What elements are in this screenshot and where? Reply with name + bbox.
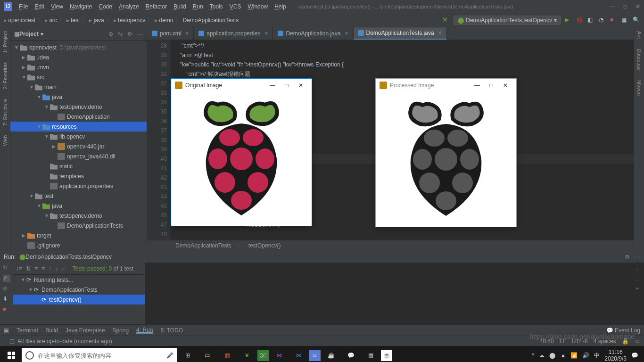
tree-item[interactable]: templates — [10, 171, 147, 181]
tree-item[interactable]: ▼testopencv.demo — [10, 211, 147, 221]
editor-tab[interactable]: pom.xml× — [147, 27, 194, 40]
inspector-icon[interactable]: ☺ — [635, 338, 640, 345]
stop-icon[interactable]: ⊘ — [3, 285, 10, 293]
tree-item[interactable]: ▼resources — [10, 122, 147, 132]
editor-tab[interactable]: application.properties× — [194, 27, 273, 40]
tool-window-icon[interactable]: ▣ — [4, 327, 9, 334]
editor-tab[interactable]: DemoApplication.java× — [273, 27, 353, 40]
task-view-icon[interactable]: ⊞ — [178, 348, 197, 362]
toggle-icon[interactable]: ✓ — [3, 275, 10, 282]
target-icon[interactable]: ⊕ — [108, 31, 113, 37]
breadcrumb-item[interactable]: DemoApplicationTests — [183, 17, 239, 24]
maximize-icon[interactable]: □ — [624, 3, 627, 10]
menu-view[interactable]: View — [48, 2, 66, 11]
mic-icon[interactable]: 🎤 — [166, 352, 173, 359]
bottom-tab[interactable]: 4: Run — [136, 327, 153, 334]
hide-icon[interactable]: — — [137, 31, 143, 37]
original-image-window[interactable]: Original Image — □ ✕ — [171, 78, 312, 226]
test-output[interactable]: ↑ ↓ ↵ — [145, 263, 644, 324]
rail-project[interactable]: 1: Project — [2, 31, 8, 53]
app-icon[interactable]: ▦ — [361, 348, 380, 362]
tree-item[interactable]: ▼java — [10, 92, 147, 102]
explorer-icon[interactable]: 🗂 — [198, 348, 217, 362]
tree-item[interactable]: ▼opencvtestD:\java\opencvtest — [10, 42, 147, 52]
volume-icon[interactable]: 🔊 — [582, 352, 589, 359]
menu-code[interactable]: Code — [96, 2, 115, 11]
vs-icon[interactable]: ⋈ — [270, 348, 289, 362]
bottom-tab[interactable]: Spring — [112, 327, 129, 334]
rail-structure[interactable]: 7: Structure — [2, 99, 8, 126]
menu-window[interactable]: Window — [245, 2, 271, 11]
rerun-icon[interactable]: ↻ — [3, 264, 10, 272]
search-input[interactable] — [38, 352, 163, 359]
tree-item[interactable]: ▼lib.opencv — [10, 132, 147, 141]
java-icon[interactable]: ☕ — [381, 350, 392, 361]
filter-icon[interactable]: ⇅ — [26, 265, 31, 272]
wechat-icon[interactable]: 💬 — [341, 348, 360, 362]
tray-icon[interactable]: ▲ — [560, 352, 566, 359]
intellij-icon[interactable]: IJ — [309, 350, 321, 361]
up-arrow-icon[interactable]: ↑ — [636, 266, 640, 273]
menu-navigate[interactable]: Navigate — [67, 2, 95, 11]
menu-run[interactable]: Run — [190, 2, 206, 11]
sort-icon[interactable]: ↓≡ — [16, 265, 22, 272]
profile-icon[interactable]: ◔ — [599, 16, 606, 24]
next-icon[interactable]: ↓ — [55, 265, 58, 272]
gear-icon[interactable]: ⚙ — [625, 254, 630, 260]
layout-icon[interactable]: ▦ — [621, 16, 629, 24]
tray-icon[interactable]: ☁ — [539, 352, 545, 359]
tree-item[interactable]: application.properties — [10, 181, 147, 191]
chevron-up-icon[interactable]: ^ — [532, 352, 535, 359]
minimize-icon[interactable]: — — [470, 82, 484, 89]
search-icon[interactable]: 🔍 — [633, 16, 640, 24]
menu-analyze[interactable]: Analyze — [116, 2, 142, 11]
breadcrumb-item[interactable]: ▸ testopencv — [114, 17, 145, 24]
tray-icon[interactable]: ⬤ — [549, 352, 555, 359]
tree-item[interactable]: ▼test — [10, 191, 147, 201]
minimize-icon[interactable]: — — [265, 82, 280, 89]
run-config-dropdown[interactable]: ⬤ DemoApplicationTests.testOpencv ▾ — [454, 16, 561, 25]
menu-vcs[interactable]: VCS — [227, 2, 244, 11]
chevron-down-icon[interactable]: ▾ — [41, 31, 43, 37]
tree-item[interactable]: ▼java — [10, 201, 147, 211]
app-icon[interactable]: ▦ — [218, 348, 237, 362]
gear-icon[interactable]: ⚙ — [127, 31, 132, 37]
test-item[interactable]: ⟳testOpencv() — [13, 295, 145, 304]
breadcrumb-item[interactable]: ▸ src — [45, 17, 57, 24]
tree-item[interactable]: DemoApplication — [10, 112, 147, 122]
collapse-icon[interactable]: ≡ — [41, 265, 45, 272]
editor-breadcrumb-item[interactable]: DemoApplicationTests — [175, 242, 231, 249]
editor-tab[interactable]: DemoApplicationTests.java× — [354, 27, 447, 40]
minimize-icon[interactable]: — — [610, 3, 615, 10]
rail-favorites[interactable]: 2: Favorites — [2, 62, 8, 89]
breadcrumb-item[interactable]: ▸ demo — [155, 17, 173, 24]
taskbar-search[interactable]: 🎤 — [22, 348, 177, 362]
menu-build[interactable]: Build — [171, 2, 189, 11]
tree-item[interactable]: ▶.mvn — [10, 62, 147, 72]
hide-icon[interactable]: — — [635, 254, 640, 260]
processed-image-window[interactable]: Processed Image — □ ✕ — [375, 78, 517, 227]
test-item[interactable]: ▼⟳DemoApplicationTests — [13, 285, 145, 295]
close-icon[interactable]: ✕ — [294, 82, 308, 89]
rail-ant[interactable]: Ant — [636, 31, 642, 39]
bottom-tab[interactable]: Build — [45, 327, 58, 334]
dump-icon[interactable]: ⬇ — [3, 296, 10, 303]
collapse-icon[interactable]: ⇆ — [118, 31, 123, 37]
editor-breadcrumb-item[interactable]: testOpencv() — [248, 242, 281, 249]
breadcrumb-item[interactable]: ▸ java — [89, 17, 104, 24]
bottom-tab[interactable]: Terminal — [17, 327, 38, 334]
rail-maven[interactable]: Maven — [636, 80, 642, 96]
wrap-icon[interactable]: ↵ — [636, 285, 640, 292]
vscode-icon[interactable]: ⋈ — [289, 348, 308, 362]
bottom-tab[interactable]: Java Enterprise — [66, 327, 105, 334]
menu-refactor[interactable]: Refactor — [143, 2, 170, 11]
start-button[interactable] — [2, 348, 21, 362]
wifi-icon[interactable]: 📶 — [570, 352, 578, 359]
tree-item[interactable]: opencv_java440.dll — [10, 151, 147, 161]
tree-item[interactable]: .gitignore — [10, 240, 147, 250]
tree-item[interactable]: ▶opencv-440.jar — [10, 141, 147, 151]
tree-item[interactable]: ▶.idea — [10, 52, 147, 62]
app-icon[interactable]: ☕ — [322, 348, 340, 362]
tree-item[interactable]: static — [10, 161, 147, 171]
hammer-icon[interactable]: ⚒ — [442, 16, 450, 24]
